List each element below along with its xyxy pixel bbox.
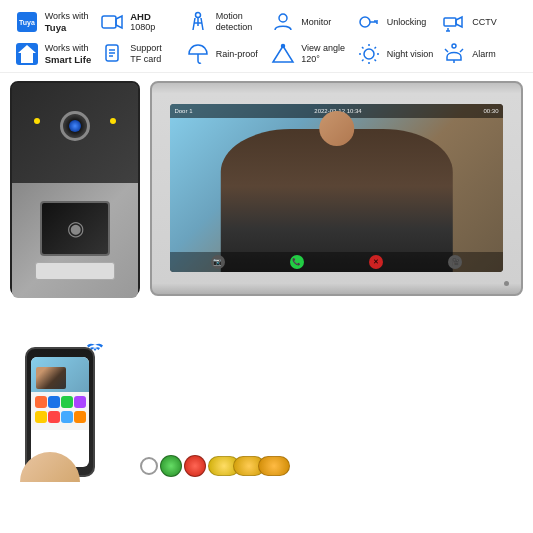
led-left	[34, 118, 40, 124]
app-icon-3	[61, 396, 73, 408]
doorbell-bottom: ◉	[12, 183, 138, 298]
tf-card-icon	[98, 40, 126, 68]
feature-viewangle-line2: 120°	[301, 54, 345, 65]
svg-marker-3	[116, 16, 122, 28]
screen-video: Door 1 2022-03-12 10:34 00:30 📷 📞 ✕ 🎥	[170, 104, 502, 273]
feature-rainproof: Rain-proof	[184, 40, 264, 68]
feature-nightvision: Night vision	[355, 40, 435, 68]
feature-monitor: Monitor	[269, 8, 349, 36]
app-icon-2	[48, 396, 60, 408]
svg-point-6	[360, 17, 370, 27]
phone-app-content	[31, 392, 89, 430]
phone-app-row-2	[34, 411, 86, 423]
screen-controls: 📷 📞 ✕ 🎥	[170, 252, 502, 272]
feature-tfcard-line1: Support	[130, 43, 162, 54]
cctv-icon	[440, 8, 468, 36]
monitor-screen: Door 1 2022-03-12 10:34 00:30 📷 📞 ✕ 🎥	[170, 104, 502, 273]
doorbell-button	[35, 262, 115, 280]
app-icon-5	[35, 411, 47, 423]
doorbell-unit: ◉	[10, 81, 140, 296]
app-icon-6	[48, 411, 60, 423]
feature-unlocking-label: Unlocking	[387, 17, 427, 28]
svg-marker-8	[456, 17, 462, 27]
svg-line-25	[374, 47, 376, 49]
feature-motion-line1: Motion	[216, 11, 253, 22]
feature-alarm: Alarm	[440, 40, 520, 68]
product-section: ◉ Door 1 2022-03-12 10:34 00:30	[0, 73, 533, 303]
svg-point-17	[282, 45, 285, 48]
svg-line-23	[362, 47, 364, 49]
control-btn-camera[interactable]: 🎥	[448, 255, 462, 269]
svg-line-29	[460, 49, 463, 52]
person-silhouette	[220, 129, 452, 272]
keyfob-green-round	[160, 455, 182, 477]
umbrella-icon	[184, 40, 212, 68]
feature-smartlife-line1: Works with	[45, 43, 91, 54]
view-angle-icon	[269, 40, 297, 68]
feature-ahd-line1: AHD	[130, 11, 155, 22]
feature-smartlife-line2: Smart Life	[45, 54, 91, 65]
control-btn-screenshot[interactable]: 📷	[211, 255, 225, 269]
key-ring	[140, 457, 158, 475]
svg-point-30	[452, 44, 456, 48]
feature-row-1: Tuya Works with Tuya AHD 1080p	[10, 8, 523, 36]
screen-door-label: Door 1	[174, 108, 192, 114]
bottom-section	[0, 303, 533, 483]
keyfob-row	[160, 455, 290, 477]
control-btn-hangup[interactable]: ✕	[369, 255, 383, 269]
feature-cctv: CCTV	[440, 8, 520, 36]
phone-screen-video	[31, 357, 89, 392]
monitor-icon	[269, 8, 297, 36]
feature-tuya: Tuya Works with Tuya	[13, 8, 93, 36]
feature-tuya-line1: Works with	[45, 11, 89, 22]
tuya-logo-icon: Tuya	[13, 8, 41, 36]
feature-rainproof-label: Rain-proof	[216, 49, 258, 60]
app-icon-8	[74, 411, 86, 423]
monitor-unit: Door 1 2022-03-12 10:34 00:30 📷 📞 ✕ 🎥	[150, 81, 523, 296]
feature-tuya-line2: Tuya	[45, 22, 89, 33]
feature-viewangle-line1: View angle	[301, 43, 345, 54]
svg-point-18	[364, 49, 374, 59]
feature-ahd: AHD 1080p	[98, 8, 178, 36]
feature-alarm-label: Alarm	[472, 49, 496, 60]
svg-line-26	[362, 60, 364, 62]
person-head	[319, 111, 354, 146]
doorbell-camera-top	[12, 83, 138, 183]
keyfob-gold-3	[258, 456, 290, 476]
svg-rect-7	[444, 18, 456, 26]
phone-container	[10, 347, 110, 477]
app-icon-1	[35, 396, 47, 408]
monitor-indicator-dot	[504, 281, 509, 286]
video-camera-icon	[98, 8, 126, 36]
keyfobs-container	[125, 455, 290, 477]
svg-text:Tuya: Tuya	[19, 19, 35, 27]
svg-point-4	[195, 13, 200, 18]
keyfobs-group	[140, 455, 290, 477]
feature-viewangle: View angle 120°	[269, 40, 349, 68]
svg-line-28	[445, 49, 448, 52]
control-btn-answer[interactable]: 📞	[290, 255, 304, 269]
feature-nightvision-label: Night vision	[387, 49, 434, 60]
feature-monitor-label: Monitor	[301, 17, 331, 28]
motion-detection-icon	[184, 8, 212, 36]
svg-line-24	[374, 60, 376, 62]
rfid-symbol: ◉	[67, 216, 84, 240]
person-body	[220, 129, 452, 272]
feature-ahd-line2: 1080p	[130, 22, 155, 33]
feature-cctv-label: CCTV	[472, 17, 497, 28]
flat-keyfobs	[208, 456, 290, 476]
phone-app-row-1	[34, 396, 86, 408]
led-right	[110, 118, 116, 124]
keyfob-red-round	[184, 455, 206, 477]
phone-screen	[31, 357, 89, 467]
feature-smartlife: Works with Smart Life	[13, 40, 93, 68]
feature-tfcard: Support TF card	[98, 40, 178, 68]
app-icon-7	[61, 411, 73, 423]
feature-motion: Motion detection	[184, 8, 264, 36]
feature-row-2: Works with Smart Life Support TF card	[10, 40, 523, 68]
smartlife-icon	[13, 40, 41, 68]
feature-tfcard-line2: TF card	[130, 54, 162, 65]
feature-motion-line2: detection	[216, 22, 253, 33]
rfid-reader: ◉	[40, 201, 110, 256]
alarm-icon	[440, 40, 468, 68]
